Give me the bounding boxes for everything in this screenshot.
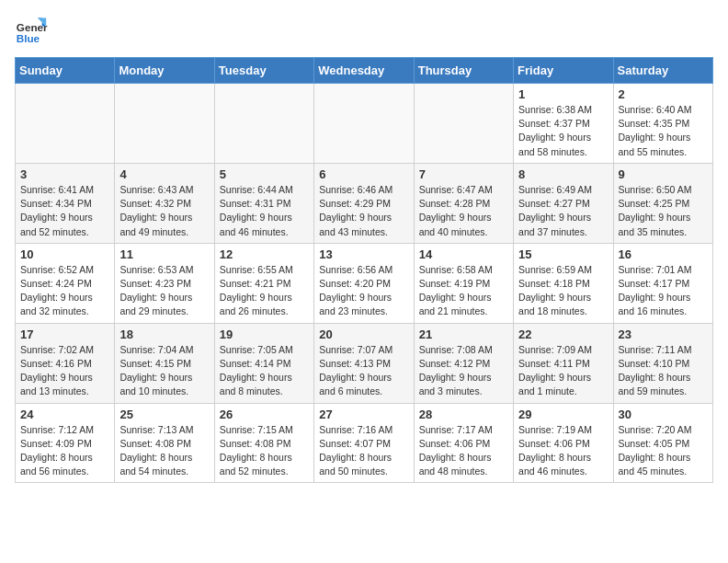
week-row-2: 10Sunrise: 6:52 AM Sunset: 4:24 PM Dayli… xyxy=(16,243,713,323)
day-number: 27 xyxy=(319,408,408,421)
day-cell: 27Sunrise: 7:16 AM Sunset: 4:07 PM Dayli… xyxy=(314,403,414,483)
header-monday: Monday xyxy=(115,58,214,84)
day-number: 19 xyxy=(220,327,309,341)
day-cell: 11Sunrise: 6:53 AM Sunset: 4:23 PM Dayli… xyxy=(115,243,214,323)
day-detail: Sunrise: 7:12 AM Sunset: 4:09 PM Dayligh… xyxy=(20,423,109,479)
day-cell: 8Sunrise: 6:49 AM Sunset: 4:27 PM Daylig… xyxy=(514,163,613,243)
day-detail: Sunrise: 7:20 AM Sunset: 4:05 PM Dayligh… xyxy=(619,423,708,479)
day-detail: Sunrise: 7:17 AM Sunset: 4:06 PM Dayligh… xyxy=(419,423,508,479)
day-number: 30 xyxy=(619,408,708,421)
day-number: 6 xyxy=(319,167,408,181)
day-cell: 14Sunrise: 6:58 AM Sunset: 4:19 PM Dayli… xyxy=(414,243,513,323)
day-detail: Sunrise: 6:38 AM Sunset: 4:37 PM Dayligh… xyxy=(518,103,608,159)
day-detail: Sunrise: 7:09 AM Sunset: 4:11 PM Dayligh… xyxy=(518,343,608,399)
day-number: 26 xyxy=(220,408,309,421)
day-number: 13 xyxy=(319,247,408,261)
day-detail: Sunrise: 7:05 AM Sunset: 4:14 PM Dayligh… xyxy=(220,343,309,399)
day-number: 23 xyxy=(619,327,708,341)
day-detail: Sunrise: 6:40 AM Sunset: 4:35 PM Dayligh… xyxy=(619,103,708,159)
logo-icon: General Blue xyxy=(15,15,48,48)
day-detail: Sunrise: 6:58 AM Sunset: 4:19 PM Dayligh… xyxy=(419,263,508,319)
week-row-4: 24Sunrise: 7:12 AM Sunset: 4:09 PM Dayli… xyxy=(16,403,713,483)
day-cell: 23Sunrise: 7:11 AM Sunset: 4:10 PM Dayli… xyxy=(613,323,712,403)
day-number: 12 xyxy=(220,247,309,261)
day-cell: 17Sunrise: 7:02 AM Sunset: 4:16 PM Dayli… xyxy=(16,323,115,403)
header-wednesday: Wednesday xyxy=(314,58,414,84)
day-cell: 10Sunrise: 6:52 AM Sunset: 4:24 PM Dayli… xyxy=(16,243,115,323)
day-detail: Sunrise: 6:52 AM Sunset: 4:24 PM Dayligh… xyxy=(20,263,109,319)
day-number: 28 xyxy=(419,408,508,421)
day-cell: 3Sunrise: 6:41 AM Sunset: 4:34 PM Daylig… xyxy=(16,163,115,243)
day-number: 4 xyxy=(119,167,209,181)
day-detail: Sunrise: 7:01 AM Sunset: 4:17 PM Dayligh… xyxy=(619,263,708,319)
day-number: 18 xyxy=(119,327,209,341)
day-cell xyxy=(214,84,313,164)
day-number: 17 xyxy=(20,327,109,341)
day-number: 2 xyxy=(619,87,708,101)
day-detail: Sunrise: 7:16 AM Sunset: 4:07 PM Dayligh… xyxy=(319,423,408,479)
day-cell: 16Sunrise: 7:01 AM Sunset: 4:17 PM Dayli… xyxy=(613,243,712,323)
day-cell: 4Sunrise: 6:43 AM Sunset: 4:32 PM Daylig… xyxy=(115,163,214,243)
day-cell: 26Sunrise: 7:15 AM Sunset: 4:08 PM Dayli… xyxy=(214,403,313,483)
day-number: 29 xyxy=(518,408,608,421)
day-number: 7 xyxy=(419,167,508,181)
day-number: 3 xyxy=(20,167,109,181)
header-friday: Friday xyxy=(514,58,613,84)
day-number: 25 xyxy=(119,408,209,421)
day-cell: 22Sunrise: 7:09 AM Sunset: 4:11 PM Dayli… xyxy=(514,323,613,403)
day-cell: 25Sunrise: 7:13 AM Sunset: 4:08 PM Dayli… xyxy=(115,403,214,483)
day-cell: 12Sunrise: 6:55 AM Sunset: 4:21 PM Dayli… xyxy=(214,243,313,323)
day-detail: Sunrise: 7:13 AM Sunset: 4:08 PM Dayligh… xyxy=(119,423,209,479)
day-detail: Sunrise: 7:04 AM Sunset: 4:15 PM Dayligh… xyxy=(119,343,209,399)
day-cell: 28Sunrise: 7:17 AM Sunset: 4:06 PM Dayli… xyxy=(414,403,513,483)
week-row-3: 17Sunrise: 7:02 AM Sunset: 4:16 PM Dayli… xyxy=(16,323,713,403)
header: General Blue xyxy=(15,15,713,48)
day-cell: 7Sunrise: 6:47 AM Sunset: 4:28 PM Daylig… xyxy=(414,163,513,243)
header-sunday: Sunday xyxy=(16,58,115,84)
day-cell: 15Sunrise: 6:59 AM Sunset: 4:18 PM Dayli… xyxy=(514,243,613,323)
day-number: 10 xyxy=(20,247,109,261)
day-detail: Sunrise: 6:47 AM Sunset: 4:28 PM Dayligh… xyxy=(419,183,508,239)
day-cell: 21Sunrise: 7:08 AM Sunset: 4:12 PM Dayli… xyxy=(414,323,513,403)
day-detail: Sunrise: 6:41 AM Sunset: 4:34 PM Dayligh… xyxy=(20,183,109,239)
day-detail: Sunrise: 6:44 AM Sunset: 4:31 PM Dayligh… xyxy=(220,183,309,239)
day-cell xyxy=(16,84,115,164)
day-number: 16 xyxy=(619,247,708,261)
day-cell: 19Sunrise: 7:05 AM Sunset: 4:14 PM Dayli… xyxy=(214,323,313,403)
day-detail: Sunrise: 6:55 AM Sunset: 4:21 PM Dayligh… xyxy=(220,263,309,319)
svg-text:Blue: Blue xyxy=(17,32,40,44)
logo: General Blue xyxy=(15,15,48,48)
day-detail: Sunrise: 7:08 AM Sunset: 4:12 PM Dayligh… xyxy=(419,343,508,399)
day-cell: 9Sunrise: 6:50 AM Sunset: 4:25 PM Daylig… xyxy=(613,163,712,243)
day-cell: 29Sunrise: 7:19 AM Sunset: 4:06 PM Dayli… xyxy=(514,403,613,483)
day-detail: Sunrise: 7:19 AM Sunset: 4:06 PM Dayligh… xyxy=(518,423,608,479)
header-saturday: Saturday xyxy=(613,58,712,84)
day-cell: 1Sunrise: 6:38 AM Sunset: 4:37 PM Daylig… xyxy=(514,84,613,164)
day-detail: Sunrise: 6:56 AM Sunset: 4:20 PM Dayligh… xyxy=(319,263,408,319)
day-number: 22 xyxy=(518,327,608,341)
day-cell: 30Sunrise: 7:20 AM Sunset: 4:05 PM Dayli… xyxy=(613,403,712,483)
day-number: 11 xyxy=(119,247,209,261)
week-row-1: 3Sunrise: 6:41 AM Sunset: 4:34 PM Daylig… xyxy=(16,163,713,243)
calendar-table: SundayMondayTuesdayWednesdayThursdayFrid… xyxy=(15,57,713,483)
day-cell: 2Sunrise: 6:40 AM Sunset: 4:35 PM Daylig… xyxy=(613,84,712,164)
day-number: 5 xyxy=(220,167,309,181)
week-row-0: 1Sunrise: 6:38 AM Sunset: 4:37 PM Daylig… xyxy=(16,84,713,164)
day-cell xyxy=(115,84,214,164)
day-detail: Sunrise: 7:02 AM Sunset: 4:16 PM Dayligh… xyxy=(20,343,109,399)
day-number: 20 xyxy=(319,327,408,341)
day-number: 15 xyxy=(518,247,608,261)
header-thursday: Thursday xyxy=(414,58,513,84)
day-cell: 24Sunrise: 7:12 AM Sunset: 4:09 PM Dayli… xyxy=(16,403,115,483)
header-tuesday: Tuesday xyxy=(214,58,313,84)
day-cell: 13Sunrise: 6:56 AM Sunset: 4:20 PM Dayli… xyxy=(314,243,414,323)
day-detail: Sunrise: 6:53 AM Sunset: 4:23 PM Dayligh… xyxy=(119,263,209,319)
day-number: 24 xyxy=(20,408,109,421)
day-number: 14 xyxy=(419,247,508,261)
day-number: 9 xyxy=(619,167,708,181)
day-cell: 5Sunrise: 6:44 AM Sunset: 4:31 PM Daylig… xyxy=(214,163,313,243)
header-row: SundayMondayTuesdayWednesdayThursdayFrid… xyxy=(16,58,713,84)
day-detail: Sunrise: 7:07 AM Sunset: 4:13 PM Dayligh… xyxy=(319,343,408,399)
day-detail: Sunrise: 6:59 AM Sunset: 4:18 PM Dayligh… xyxy=(518,263,608,319)
day-detail: Sunrise: 6:43 AM Sunset: 4:32 PM Dayligh… xyxy=(119,183,209,239)
